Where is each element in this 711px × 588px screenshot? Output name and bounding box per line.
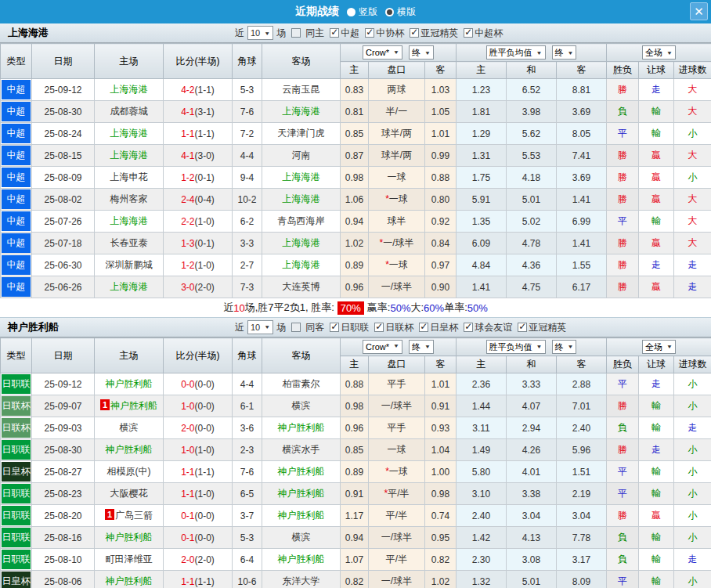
- competition-checkbox[interactable]: [464, 323, 473, 332]
- competition-label[interactable]: 球会友谊: [475, 321, 512, 334]
- competition-checkbox[interactable]: [330, 323, 339, 332]
- result-wdl: 勝: [607, 145, 639, 167]
- competition-checkbox[interactable]: [410, 28, 419, 38]
- league-badge: 日职联: [1, 483, 32, 505]
- competition-label[interactable]: 中协杯: [376, 27, 404, 40]
- odds-period-select[interactable]: 终▼: [409, 340, 434, 354]
- same-venue-label[interactable]: 同客: [305, 321, 324, 334]
- match-count-select[interactable]: 10▼: [247, 26, 273, 40]
- league-badge: 中超: [1, 211, 32, 233]
- scope-select[interactable]: 全场▼: [642, 45, 676, 60]
- avg-home: 1.81: [457, 101, 507, 123]
- competition-checkbox[interactable]: [464, 28, 473, 38]
- result-wdl: 平: [607, 483, 639, 505]
- odds-period-select[interactable]: 终▼: [409, 45, 434, 60]
- home-odds: 0.96: [341, 417, 369, 439]
- result-goals: 小: [674, 123, 711, 145]
- competition-checkbox[interactable]: [518, 323, 527, 332]
- competition-label[interactable]: 中超: [341, 27, 359, 40]
- avg-value: 胜平负均值: [489, 341, 532, 353]
- away-odds: 1.05: [425, 101, 457, 123]
- avg-group-header: 胜平负均值▼终▼: [457, 44, 607, 62]
- result-wdl: 平: [607, 461, 639, 483]
- sub-col: 让球: [639, 356, 674, 373]
- avg-period-select[interactable]: 终▼: [552, 340, 577, 354]
- odds-period-value: 终: [412, 47, 420, 59]
- avg-select[interactable]: 胜平负均值▼: [486, 45, 546, 60]
- close-icon[interactable]: ✕: [690, 2, 708, 20]
- avg-away: 1.41: [557, 233, 607, 254]
- team-name: 神户胜利船: [8, 320, 59, 334]
- col-header-left: 日期: [32, 338, 95, 373]
- layout-radio-vertical-label[interactable]: 竖版: [359, 5, 377, 19]
- home-odds: 0.82: [341, 571, 369, 588]
- competition-label[interactable]: 亚冠精英: [420, 27, 458, 40]
- away-team: 青岛西海岸: [262, 211, 341, 233]
- competition-checkbox[interactable]: [365, 28, 374, 38]
- layout-radio-vertical[interactable]: [347, 8, 356, 16]
- score: 4-1(3-1): [164, 101, 233, 123]
- result-handicap: 走: [639, 254, 674, 276]
- result-goals: 小: [674, 461, 711, 483]
- away-team: 神户胜利船: [262, 461, 341, 483]
- competition-label[interactable]: 亚冠精英: [529, 321, 566, 334]
- avg-draw: 5.53: [507, 145, 557, 167]
- competition-label[interactable]: 日皇杯: [430, 321, 458, 334]
- same-venue-checkbox[interactable]: [291, 28, 301, 38]
- corners: 6-5: [233, 483, 262, 505]
- corners: 3-7: [233, 505, 262, 527]
- away-odds: 1.03: [425, 79, 457, 101]
- summary-label: 单率:: [444, 301, 467, 315]
- away-odds: 0.95: [425, 527, 457, 549]
- result-group-header: 全场▼: [607, 44, 711, 62]
- sub-col: 和: [507, 356, 557, 373]
- avg-period-select[interactable]: 终▼: [552, 45, 577, 60]
- bookmaker-select[interactable]: Crow*▼: [363, 340, 402, 354]
- competition-checkbox[interactable]: [330, 28, 339, 38]
- competition-label[interactable]: 日联杯: [385, 321, 413, 334]
- competition-label[interactable]: 中超杯: [475, 27, 503, 40]
- match-date: 25-06-26: [32, 276, 95, 298]
- sub-col: 客: [425, 356, 457, 373]
- layout-radio-horizontal[interactable]: [385, 8, 394, 16]
- odds-group-header: Crow*▼终▼: [341, 338, 457, 356]
- corners: 9-4: [233, 167, 262, 189]
- result-goals: 走: [674, 417, 711, 439]
- same-venue-label[interactable]: 同主: [305, 27, 324, 40]
- away-team: 神户胜利船: [262, 417, 341, 439]
- match-count-select[interactable]: 10▼: [247, 320, 273, 334]
- avg-period-value: 终: [555, 341, 564, 353]
- result-handicap: 輸: [639, 527, 674, 549]
- result-handicap: 贏: [639, 276, 674, 298]
- table-row: 中超25-08-30成都蓉城4-1(3-1)7-6上海海港0.81半/一1.05…: [1, 101, 711, 123]
- avg-away: 3.69: [557, 167, 607, 189]
- home-team: 深圳新鹏城: [95, 254, 164, 276]
- handicap: 一球: [369, 167, 425, 189]
- same-venue-checkbox[interactable]: [291, 323, 301, 332]
- avg-away: 8.05: [557, 123, 607, 145]
- table-row: 日皇杯25-08-06神户胜利船1-1(1-1)10-6东洋大学0.82一/球半…: [1, 571, 711, 588]
- home-odds: 0.94: [341, 211, 369, 233]
- league-badge: 中超: [1, 101, 32, 123]
- scope-select[interactable]: 全场▼: [642, 340, 676, 354]
- table-row: 日职联25-08-16神户胜利船0-1(0-0)5-3横滨0.94一/球半0.9…: [1, 527, 711, 549]
- competition-checkbox[interactable]: [374, 323, 384, 332]
- matches-body: 日职联25-09-12神户胜利船0-0(0-0)4-4柏雷素尔0.88平手1.0…: [1, 373, 711, 588]
- corners: 4-4: [233, 373, 262, 395]
- avg-home: 1.32: [457, 571, 507, 588]
- avg-draw: 5.62: [507, 123, 557, 145]
- home-team: 上海海港: [95, 145, 164, 167]
- avg-select[interactable]: 胜平负均值▼: [486, 340, 546, 354]
- competition-checkbox[interactable]: [419, 323, 428, 332]
- score: 2-0(2-0): [164, 549, 233, 571]
- avg-draw: 3.98: [507, 101, 557, 123]
- away-odds: 0.99: [425, 145, 457, 167]
- bookmaker-select[interactable]: Crow*▼: [363, 45, 402, 60]
- layout-radio-horizontal-label[interactable]: 横版: [397, 5, 416, 19]
- match-date: 25-08-09: [32, 167, 95, 189]
- result-handicap: 走: [639, 373, 674, 395]
- sub-col: 主: [341, 356, 369, 373]
- score: 4-2(1-1): [164, 79, 233, 101]
- competition-label[interactable]: 日职联: [341, 321, 369, 334]
- chevron-down-icon: ▼: [424, 345, 431, 350]
